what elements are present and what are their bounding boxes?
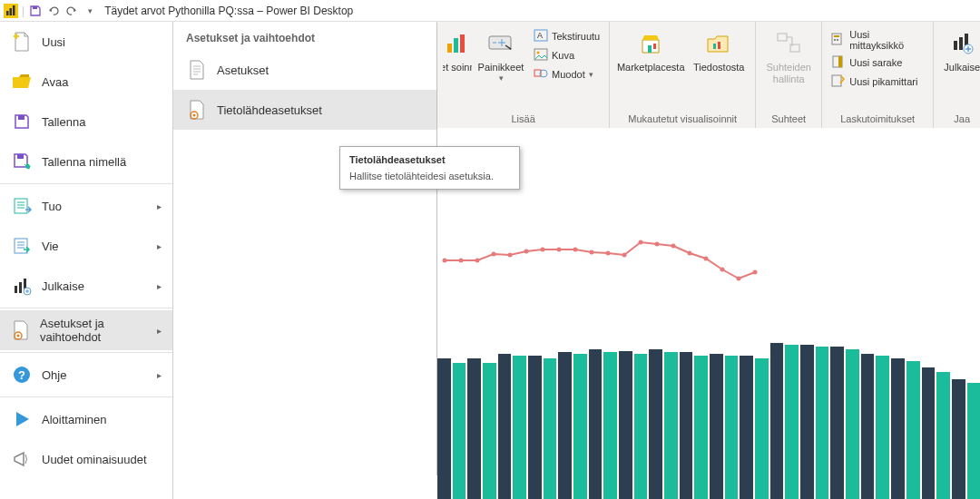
chevron-right-icon: ▸ bbox=[157, 281, 162, 291]
bar-dark bbox=[891, 358, 905, 499]
svg-rect-0 bbox=[6, 11, 9, 15]
bar-dark bbox=[800, 345, 814, 499]
export-icon bbox=[11, 235, 33, 257]
visuals-label-partial: det soinnit bbox=[443, 62, 472, 73]
svg-rect-34 bbox=[15, 239, 27, 253]
file-menu-help[interactable]: ? Ohje ▸ bbox=[0, 355, 172, 395]
undo-icon[interactable] bbox=[46, 4, 61, 18]
bar-teal bbox=[755, 358, 769, 499]
file-menu-options[interactable]: Asetukset ja vaihtoehdot ▸ bbox=[0, 310, 172, 350]
play-icon bbox=[11, 408, 33, 430]
svg-point-44 bbox=[193, 114, 196, 117]
shapes-button[interactable]: Muodot ▾ bbox=[530, 65, 603, 83]
marketplace-button[interactable]: Marketplacesta bbox=[615, 25, 686, 77]
file-menu-open-label: Avaa bbox=[42, 75, 68, 89]
svg-point-11 bbox=[537, 52, 540, 54]
textbox-icon: A bbox=[534, 29, 548, 44]
bar-dark bbox=[558, 352, 572, 499]
chevron-right-icon: ▸ bbox=[157, 241, 162, 251]
file-menu-publish[interactable]: Julkaise ▸ bbox=[0, 266, 172, 306]
svg-rect-27 bbox=[954, 41, 957, 50]
svg-rect-2 bbox=[13, 5, 15, 15]
file-menu-help-label: Ohje bbox=[42, 368, 66, 382]
textbox-button[interactable]: A Tekstiruutu bbox=[530, 27, 603, 45]
new-file-icon bbox=[11, 31, 33, 53]
svg-rect-1 bbox=[10, 8, 13, 15]
svg-rect-5 bbox=[454, 38, 458, 53]
svg-rect-26 bbox=[832, 75, 841, 86]
publish-button[interactable]: Julkaise bbox=[939, 25, 980, 77]
file-menu-getting-started[interactable]: Aloittaminen bbox=[0, 399, 172, 439]
group-label-custom-visuals: Mukautetut visualisoinnit bbox=[628, 113, 737, 126]
bar-teal bbox=[906, 361, 920, 499]
svg-rect-28 bbox=[959, 37, 963, 50]
buttons-button[interactable]: Painikkeet ▾ bbox=[474, 25, 528, 86]
new-measure-button[interactable]: Uusi mittayksikkö bbox=[828, 27, 927, 53]
file-menu-saveas[interactable]: Tallenna nimellä bbox=[0, 142, 172, 181]
file-menu-open[interactable]: Avaa bbox=[0, 62, 172, 102]
save-icon[interactable] bbox=[28, 4, 43, 18]
file-menu-saveas-label: Tallenna nimellä bbox=[42, 155, 126, 169]
chart-bars bbox=[437, 237, 980, 499]
svg-rect-4 bbox=[447, 44, 452, 53]
tooltip-title: Tietolähdeasetukset bbox=[349, 154, 510, 165]
bar-teal bbox=[936, 372, 950, 499]
settings-doc-icon bbox=[186, 59, 208, 81]
quickmeasure-icon bbox=[831, 74, 846, 89]
submenu-datasource-label: Tietolähdeasetukset bbox=[217, 103, 322, 117]
marketplace-label: Marketplacesta bbox=[617, 62, 685, 73]
window-titlebar: | ▾ Täydet arvot Pythonilla PQ:ssa – Pow… bbox=[0, 0, 980, 22]
file-menu-whats-new[interactable]: Uudet ominaisuudet bbox=[0, 439, 172, 479]
bar-dark bbox=[952, 379, 965, 499]
submenu-item-datasource[interactable]: Tietolähdeasetukset bbox=[173, 90, 436, 130]
window-title: Täydet arvot Pythonilla PQ:ssa – Power B… bbox=[104, 5, 353, 17]
svg-rect-36 bbox=[19, 282, 22, 293]
button-icon bbox=[486, 29, 515, 58]
bar-teal bbox=[725, 356, 739, 499]
bar-dark bbox=[619, 351, 632, 499]
image-button[interactable]: Kuva bbox=[530, 46, 603, 64]
bar-dark bbox=[830, 347, 844, 499]
new-column-button[interactable]: Uusi sarake bbox=[828, 54, 927, 72]
svg-rect-23 bbox=[837, 39, 838, 41]
textbox-label: Tekstiruutu bbox=[552, 31, 600, 42]
bar-teal bbox=[967, 383, 980, 499]
megaphone-icon bbox=[11, 448, 33, 470]
file-menu-save-label: Tallenna bbox=[42, 115, 85, 129]
svg-rect-25 bbox=[838, 56, 842, 67]
shapes-icon bbox=[534, 67, 548, 82]
bar-teal bbox=[816, 347, 829, 499]
gear-doc-icon bbox=[11, 319, 31, 341]
qat-dropdown-icon[interactable]: ▾ bbox=[83, 4, 97, 18]
ribbon-groups: det soinnit Painikkeet ▾ A Tekstiruutu bbox=[437, 22, 980, 128]
visuals-button-partial[interactable]: det soinnit bbox=[443, 25, 472, 77]
fromfile-button[interactable]: Tiedostosta bbox=[688, 25, 750, 77]
file-menu-new-label: Uusi bbox=[42, 35, 65, 49]
file-menu-publish-label: Julkaise bbox=[42, 279, 84, 293]
ribbon-group-calculations: Uusi mittayksikkö Uusi sarake Uusi pikam… bbox=[822, 22, 934, 128]
datasource-doc-icon bbox=[186, 99, 208, 121]
file-menu-save[interactable]: Tallenna bbox=[0, 102, 172, 142]
svg-rect-16 bbox=[713, 44, 716, 49]
calc-stack: Uusi mittayksikkö Uusi sarake Uusi pikam… bbox=[828, 25, 927, 91]
svg-text:A: A bbox=[537, 31, 543, 40]
bar-teal bbox=[544, 358, 557, 499]
file-menu-import-label: Tuo bbox=[42, 200, 62, 213]
chevron-right-icon: ▸ bbox=[157, 326, 162, 336]
svg-rect-14 bbox=[648, 45, 652, 53]
quick-measure-label: Uusi pikamittari bbox=[849, 76, 917, 87]
file-menu-export[interactable]: Vie ▸ bbox=[0, 226, 172, 266]
group-label-insert: Lisää bbox=[511, 113, 534, 126]
chart-icon bbox=[443, 29, 472, 58]
options-submenu: Asetukset ja vaihtoehdot Asetukset Tieto… bbox=[173, 22, 437, 475]
bar-dark bbox=[528, 356, 542, 499]
publish-label: Julkaise bbox=[944, 62, 980, 73]
submenu-item-settings[interactable]: Asetukset bbox=[173, 50, 436, 90]
redo-icon[interactable] bbox=[64, 4, 79, 18]
file-menu-new[interactable]: Uusi bbox=[0, 22, 172, 62]
submenu-title: Asetukset ja vaihtoehdot bbox=[173, 23, 436, 50]
svg-rect-6 bbox=[460, 34, 465, 53]
file-menu-import[interactable]: Tuo ▸ bbox=[0, 186, 172, 226]
file-menu-separator bbox=[0, 396, 172, 397]
quick-measure-button[interactable]: Uusi pikamittari bbox=[828, 73, 927, 91]
